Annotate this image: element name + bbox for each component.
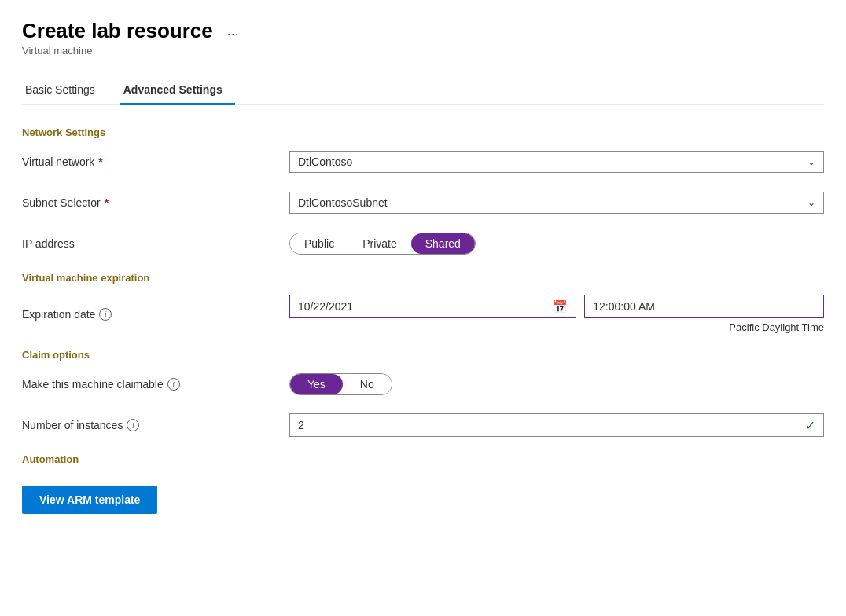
subnet-selector-dropdown[interactable]: DtlContosoSubnet ⌄ bbox=[289, 192, 824, 214]
expiration-date-control: 📅 Pacific Daylight Time bbox=[289, 295, 824, 333]
subnet-selector-row: Subnet Selector * DtlContosoSubnet ⌄ bbox=[22, 190, 824, 215]
expiration-info-icon[interactable]: i bbox=[99, 308, 112, 321]
expiration-date-label: Expiration date i bbox=[22, 308, 289, 321]
claimable-info-icon[interactable]: i bbox=[167, 378, 180, 390]
tab-basic[interactable]: Basic Settings bbox=[22, 75, 108, 104]
time-input-wrapper bbox=[584, 295, 824, 318]
view-arm-button[interactable]: View ARM template bbox=[22, 486, 157, 514]
instances-input[interactable] bbox=[290, 414, 797, 436]
subnet-selector-label: Subnet Selector * bbox=[22, 196, 289, 209]
claim-options-label: Claim options bbox=[22, 349, 824, 361]
tabs-container: Basic Settings Advanced Settings bbox=[22, 75, 824, 104]
virtual-network-control: DtlContoso ⌄ bbox=[289, 151, 824, 173]
instances-label: Number of instances i bbox=[22, 419, 289, 431]
page-header: Create lab resource ... Virtual machine bbox=[22, 19, 824, 57]
virtual-network-arrow: ⌄ bbox=[807, 156, 815, 167]
subnet-selector-value: DtlContosoSubnet bbox=[298, 196, 388, 209]
virtual-network-row: Virtual network * DtlContoso ⌄ bbox=[22, 149, 824, 174]
instances-input-wrapper: ✓ bbox=[289, 413, 824, 437]
virtual-network-dropdown[interactable]: DtlContoso ⌄ bbox=[289, 151, 824, 173]
automation-label: Automation bbox=[22, 453, 824, 465]
date-time-row: 📅 bbox=[289, 295, 824, 318]
ip-address-control: Public Private Shared bbox=[289, 233, 824, 255]
instances-check-icon: ✓ bbox=[797, 415, 823, 436]
instances-info-icon[interactable]: i bbox=[127, 419, 139, 431]
claimable-control: Yes No bbox=[289, 373, 824, 395]
required-star-vnet: * bbox=[98, 156, 102, 168]
expiration-time-input[interactable] bbox=[585, 295, 823, 317]
date-input-wrapper: 📅 bbox=[289, 295, 576, 318]
virtual-network-value: DtlContoso bbox=[298, 156, 352, 168]
claimable-yes-option[interactable]: Yes bbox=[290, 374, 343, 394]
ip-address-row: IP address Public Private Shared bbox=[22, 231, 824, 256]
claimable-toggle-group: Yes No bbox=[289, 373, 392, 395]
ip-address-toggle-group: Public Private Shared bbox=[289, 233, 476, 255]
expiration-date-input[interactable] bbox=[290, 295, 544, 317]
ip-address-label: IP address bbox=[22, 237, 289, 250]
timezone-text: Pacific Daylight Time bbox=[289, 321, 824, 333]
calendar-icon-button[interactable]: 📅 bbox=[544, 296, 576, 317]
claim-options-section: Claim options Make this machine claimabl… bbox=[22, 349, 824, 438]
vm-expiration-label: Virtual machine expiration bbox=[22, 272, 824, 284]
claimable-label: Make this machine claimable i bbox=[22, 378, 289, 390]
instances-row: Number of instances i ✓ bbox=[22, 412, 824, 438]
automation-section: Automation View ARM template bbox=[22, 453, 824, 514]
ip-public-option[interactable]: Public bbox=[290, 233, 348, 254]
ip-private-option[interactable]: Private bbox=[348, 233, 411, 254]
expiration-date-row: Expiration date i 📅 Pacific Daylight Tim… bbox=[22, 295, 824, 333]
instances-control: ✓ bbox=[289, 413, 824, 437]
required-star-subnet: * bbox=[105, 196, 109, 209]
network-settings-label: Network Settings bbox=[22, 126, 824, 138]
page-title: Create lab resource bbox=[22, 19, 213, 43]
network-settings-section: Network Settings Virtual network * DtlCo… bbox=[22, 126, 824, 256]
virtual-network-label: Virtual network * bbox=[22, 156, 289, 168]
subnet-selector-arrow: ⌄ bbox=[807, 197, 815, 208]
tab-advanced[interactable]: Advanced Settings bbox=[120, 75, 235, 104]
claimable-no-option[interactable]: No bbox=[343, 374, 392, 394]
claimable-row: Make this machine claimable i Yes No bbox=[22, 372, 824, 397]
ip-shared-option[interactable]: Shared bbox=[411, 233, 475, 254]
subnet-selector-control: DtlContosoSubnet ⌄ bbox=[289, 192, 824, 214]
vm-expiration-section: Virtual machine expiration Expiration da… bbox=[22, 272, 824, 333]
ellipsis-button[interactable]: ... bbox=[223, 21, 244, 41]
page-subtitle: Virtual machine bbox=[22, 45, 824, 57]
